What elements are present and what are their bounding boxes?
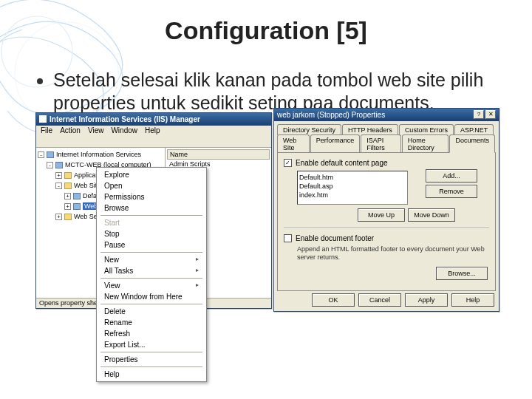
tree-root[interactable]: Internet Information Services bbox=[56, 151, 141, 158]
iis-menubar: File Action View Window Help bbox=[36, 126, 271, 137]
browse-button[interactable]: Browse... bbox=[436, 267, 488, 280]
context-menu: Explore Open Permissions Browse Start St… bbox=[96, 167, 207, 382]
tab-custom-errors[interactable]: Custom Errors bbox=[399, 124, 454, 135]
ctx-properties[interactable]: Properties bbox=[98, 354, 205, 365]
ctx-pause[interactable]: Pause bbox=[98, 239, 205, 250]
ctx-new[interactable]: New bbox=[98, 254, 205, 265]
move-down-button[interactable]: Move Down bbox=[408, 208, 455, 222]
separator bbox=[100, 304, 202, 304]
help-button[interactable]: Help bbox=[451, 293, 494, 307]
separator bbox=[100, 215, 202, 216]
ctx-open[interactable]: Open bbox=[98, 180, 205, 191]
enable-default-checkbox[interactable]: ✓ bbox=[284, 159, 292, 167]
ctx-explore[interactable]: Explore bbox=[98, 169, 205, 180]
properties-tabs: Directory Security HTTP Headers Custom E… bbox=[274, 121, 499, 152]
tab-dir-security[interactable]: Directory Security bbox=[277, 124, 341, 135]
tab-performance[interactable]: Performance bbox=[310, 134, 361, 153]
move-up-button[interactable]: Move Up bbox=[358, 208, 405, 222]
iis-title-text: Internet Information Services (IIS) Mana… bbox=[50, 115, 268, 123]
ctx-export-list[interactable]: Export List... bbox=[98, 339, 205, 350]
menu-window[interactable]: Window bbox=[111, 126, 137, 136]
ctx-start[interactable]: Start bbox=[98, 217, 205, 228]
ctx-rename[interactable]: Rename bbox=[98, 317, 205, 328]
ctx-help[interactable]: Help bbox=[98, 369, 205, 380]
separator bbox=[100, 278, 202, 279]
menu-file[interactable]: File bbox=[41, 126, 52, 136]
remove-button[interactable]: Remove bbox=[426, 185, 477, 198]
iis-toolbar bbox=[36, 137, 271, 148]
help-button-icon[interactable]: ? bbox=[474, 110, 484, 119]
properties-title-text: web jarkom (Stopped) Properties bbox=[277, 111, 472, 119]
enable-default-label: Enable default content page bbox=[296, 159, 388, 167]
separator bbox=[100, 252, 202, 253]
tab-http-headers[interactable]: HTTP Headers bbox=[342, 124, 398, 135]
documents-panel: ✓ Enable default content page Default.ht… bbox=[277, 152, 496, 291]
tab-aspnet[interactable]: ASP.NET bbox=[454, 124, 494, 135]
ctx-new-window[interactable]: New Window from Here bbox=[98, 291, 205, 302]
menu-action[interactable]: Action bbox=[60, 126, 81, 136]
ctx-stop[interactable]: Stop bbox=[98, 228, 205, 239]
doc-item[interactable]: index.htm bbox=[299, 191, 406, 200]
iis-titlebar: Internet Information Services (IIS) Mana… bbox=[36, 113, 271, 126]
ctx-delete[interactable]: Delete bbox=[98, 306, 205, 317]
enable-footer-checkbox[interactable] bbox=[284, 234, 292, 242]
enable-footer-label: Enable document footer bbox=[296, 234, 374, 242]
tab-isapi-filters[interactable]: ISAPI Filters bbox=[361, 134, 400, 153]
slide-title: Configuration [5] bbox=[0, 16, 532, 45]
apply-button[interactable]: Apply bbox=[405, 293, 448, 307]
doc-item[interactable]: Default.asp bbox=[299, 182, 406, 191]
separator bbox=[100, 366, 202, 367]
footer-description: Append an HTML formatted footer to every… bbox=[297, 245, 489, 262]
tab-home-directory[interactable]: Home Directory bbox=[402, 134, 449, 153]
doc-item[interactable]: Default.htm bbox=[299, 173, 406, 182]
properties-titlebar: web jarkom (Stopped) Properties ? ✕ bbox=[274, 109, 499, 121]
ctx-all-tasks[interactable]: All Tasks bbox=[98, 265, 205, 276]
ctx-view[interactable]: View bbox=[98, 280, 205, 291]
menu-view[interactable]: View bbox=[88, 126, 104, 136]
ctx-permissions[interactable]: Permissions bbox=[98, 191, 205, 202]
default-documents-list[interactable]: Default.htm Default.asp index.htm bbox=[297, 171, 408, 205]
bullet-icon bbox=[37, 78, 43, 84]
app-icon bbox=[39, 115, 47, 123]
list-header-name[interactable]: Name bbox=[167, 149, 270, 160]
menu-help[interactable]: Help bbox=[145, 126, 160, 136]
tab-documents[interactable]: Documents bbox=[449, 134, 495, 153]
separator bbox=[284, 228, 489, 228]
close-icon[interactable]: ✕ bbox=[485, 110, 496, 119]
ok-button[interactable]: OK bbox=[312, 293, 355, 307]
ctx-browse[interactable]: Browse bbox=[98, 202, 205, 214]
properties-dialog: web jarkom (Stopped) Properties ? ✕ Dire… bbox=[273, 108, 499, 312]
tab-web-site[interactable]: Web Site bbox=[277, 134, 310, 153]
ctx-refresh[interactable]: Refresh bbox=[98, 328, 205, 339]
cancel-button[interactable]: Cancel bbox=[358, 293, 401, 307]
separator bbox=[100, 352, 202, 352]
add-button[interactable]: Add... bbox=[426, 169, 477, 183]
